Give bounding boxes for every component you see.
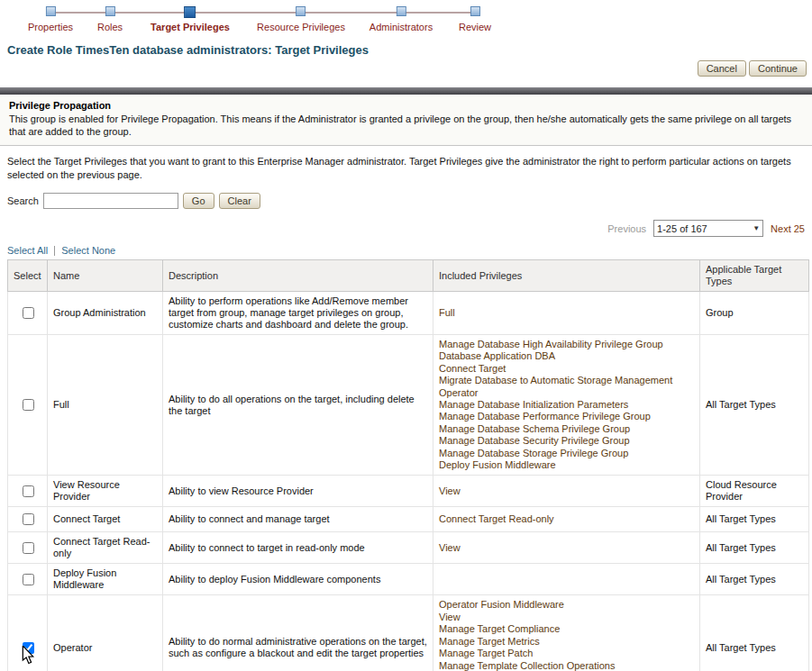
included-privilege-item: Full	[439, 307, 694, 319]
included-privilege-item: Connect Target	[439, 363, 694, 375]
row-select-cell	[8, 292, 48, 335]
included-privileges-cell: Full	[433, 292, 700, 335]
search-row: Search Go Clear	[7, 193, 812, 209]
chevron-down-icon: ▼	[753, 224, 760, 232]
train-step-properties[interactable]: Properties	[28, 6, 73, 32]
row-select-cell	[8, 335, 48, 476]
privilege-propagation-text: This group is enabled for Privilege Prop…	[9, 113, 803, 138]
page-title: Create Role TimesTen database administra…	[7, 43, 812, 57]
pagination-next[interactable]: Next 25	[771, 223, 805, 234]
column-header-included-privileges: Included Privileges	[433, 260, 700, 292]
row-select-checkbox[interactable]	[23, 513, 34, 525]
privilege-name-cell: Full	[48, 335, 163, 476]
train-step-marker	[396, 6, 406, 16]
applicable-target-types-cell: All Target Types	[700, 507, 809, 532]
row-select-checkbox[interactable]	[23, 574, 34, 585]
included-privileges-cell	[433, 564, 700, 595]
row-select-checkbox[interactable]	[23, 485, 34, 497]
included-privilege-item: Manage Database Initialization Parameter…	[439, 399, 694, 411]
search-input[interactable]	[43, 193, 178, 209]
search-label: Search	[7, 195, 39, 206]
included-privilege-item: Migrate Database to Automatic Storage Ma…	[439, 375, 694, 386]
row-select-checkbox[interactable]	[23, 399, 34, 411]
cancel-button[interactable]: Cancel	[698, 60, 746, 77]
included-privileges-cell: Operator Fusion MiddlewareViewManage Tar…	[433, 595, 700, 671]
row-select-checkbox[interactable]	[23, 642, 34, 654]
privilege-description-cell: Ability to do all operations on the targ…	[163, 335, 433, 476]
column-header-name: Name	[48, 260, 163, 292]
column-header-applicable-target-types: Applicable Target Types	[700, 260, 809, 292]
privilege-propagation-panel: Privilege Propagation This group is enab…	[0, 95, 812, 146]
row-select-cell	[8, 532, 48, 564]
row-select-checkbox[interactable]	[23, 542, 34, 554]
applicable-target-types-cell: All Target Types	[700, 532, 809, 564]
table-row: View Resource ProviderAbility to view Re…	[8, 476, 809, 507]
privilege-description-cell: Ability to connect to target in read-onl…	[163, 532, 433, 564]
included-privilege-item: Manage Target Compliance	[439, 623, 694, 635]
included-privilege-item: View	[439, 612, 694, 623]
applicable-target-types-cell: All Target Types	[700, 335, 809, 476]
continue-button[interactable]: Continue	[749, 60, 807, 77]
train-step-marker	[296, 6, 306, 16]
included-privilege-item: Database Application DBA	[439, 350, 694, 362]
included-privilege-item: Manage Target Metrics	[439, 636, 694, 648]
included-privilege-item: Manage Database Security Privilege Group	[439, 435, 694, 447]
privilege-name-cell: View Resource Provider	[48, 476, 163, 507]
row-select-cell	[8, 564, 48, 595]
column-header-description: Description	[163, 260, 433, 292]
train-step-label: Properties	[28, 22, 73, 32]
row-select-cell	[8, 476, 48, 507]
table-row: Connect Target Read-onlyAbility to conne…	[8, 532, 809, 564]
train-step-label: Administrators	[370, 22, 433, 32]
train-step-administrators[interactable]: Administrators	[370, 6, 433, 32]
table-row: Deploy Fusion MiddlewareAbility to deplo…	[8, 564, 809, 595]
included-privilege-item: View	[439, 542, 694, 554]
applicable-target-types-cell: All Target Types	[700, 564, 809, 595]
included-privileges-cell: View	[433, 476, 700, 507]
row-select-checkbox[interactable]	[23, 307, 34, 319]
train-step-roles[interactable]: Roles	[97, 6, 123, 32]
applicable-target-types-cell: Cloud Resource Provider	[700, 476, 809, 507]
train-step-marker	[105, 6, 115, 16]
clear-button[interactable]: Clear	[219, 193, 260, 209]
train-step-resource-privileges[interactable]: Resource Privileges	[257, 6, 345, 32]
included-privilege-item: Deploy Fusion Middleware	[439, 459, 694, 471]
train-step-review[interactable]: Review	[459, 6, 491, 32]
train-step-marker	[470, 6, 479, 16]
included-privilege-item: Manage Database Storage Privilege Group	[439, 448, 694, 459]
train-step-label: Review	[459, 22, 491, 32]
select-none-link[interactable]: Select None	[61, 245, 115, 256]
table-body: Group AdministrationAbility to perform o…	[8, 292, 809, 671]
privilege-description-cell: Ability to view Resource Provider	[163, 476, 433, 507]
pagination: Previous 1-25 of 167 ▼ Next 25	[0, 220, 805, 237]
select-all-link[interactable]: Select All	[7, 245, 48, 256]
privileges-table: Select Name Description Included Privile…	[7, 259, 809, 671]
train-step-marker	[45, 6, 55, 16]
privilege-name-cell: Operator	[48, 595, 163, 671]
table-row: Connect TargetAbility to connect and man…	[8, 507, 809, 532]
table-header-row: Select Name Description Included Privile…	[8, 260, 809, 292]
privilege-name-cell: Connect Target	[48, 507, 163, 532]
instructions-text: Select the Target Privileges that you wa…	[7, 155, 805, 182]
row-select-cell	[8, 595, 48, 671]
included-privilege-item: Operator Fusion Middleware	[439, 599, 694, 611]
included-privilege-item: Manage Database Performance Privilege Gr…	[439, 411, 694, 422]
go-button[interactable]: Go	[183, 193, 214, 209]
included-privilege-item: View	[439, 485, 694, 497]
included-privileges-cell: Connect Target Read-only	[433, 507, 700, 532]
privilege-name-cell: Deploy Fusion Middleware	[48, 564, 163, 595]
included-privilege-item: Manage Template Collection Operations	[439, 660, 694, 671]
table-row: FullAbility to do all operations on the …	[8, 335, 809, 476]
row-select-cell	[8, 507, 48, 532]
train-step-label: Target Privileges	[151, 22, 230, 32]
table-row: Group AdministrationAbility to perform o…	[8, 292, 809, 335]
included-privilege-item: Operator	[439, 387, 694, 399]
link-divider	[54, 246, 55, 256]
applicable-target-types-cell: Group	[700, 292, 809, 335]
train-step-marker	[185, 6, 196, 18]
page-range-select[interactable]: 1-25 of 167 ▼	[653, 220, 763, 237]
table-row: OperatorAbility to do normal administrat…	[8, 595, 809, 671]
train-step-target-privileges[interactable]: Target Privileges	[151, 6, 230, 32]
page-range-value: 1-25 of 167	[657, 223, 707, 234]
privilege-propagation-heading: Privilege Propagation	[9, 100, 803, 111]
